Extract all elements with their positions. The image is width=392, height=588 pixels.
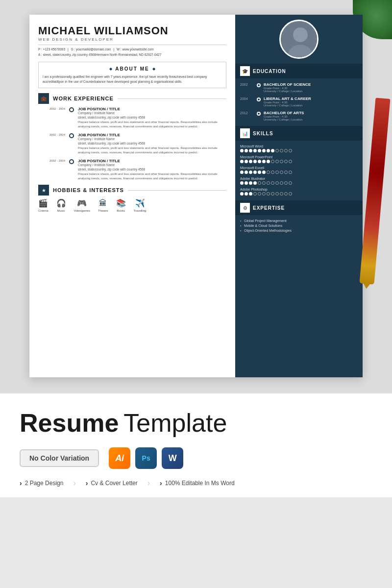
svg-point-1: [293, 27, 308, 42]
skill-dots-3: [240, 171, 358, 174]
skill-name-4: Adobe Illustrator: [240, 177, 358, 180]
dot: [284, 160, 288, 163]
dot: [253, 181, 257, 185]
hobbies-section-title: HOBBIES & INTERESTS: [53, 187, 124, 193]
chart-icon: 📊: [242, 131, 248, 136]
resume-card: MICHAEL WILLIAMSON WEB DESIGN & DEVELOPE…: [29, 15, 363, 377]
profile-photo-area: [235, 15, 363, 59]
dot: [245, 171, 248, 174]
work-content-1: JOB POSITION / TITLE Company / Institute…: [78, 107, 226, 129]
edu-entry-1: 2002 BACHELOR OF SCIENCE Grade Point : 4…: [240, 82, 358, 93]
briefcase-icon: 💼: [41, 96, 47, 101]
edu-year-3: 2012: [240, 111, 254, 121]
videogames-icon: 🎮: [77, 198, 87, 208]
edu-degree-2: LIBERAL ART & CAREER: [264, 97, 358, 101]
work-address-3: street, state/country, zip code with cou…: [78, 168, 226, 171]
theatre-label: Theatre: [98, 209, 108, 212]
travelling-icon: ✈️: [135, 198, 145, 208]
expertise-title: EXPERTISE: [253, 205, 285, 211]
no-color-badge: No Color Variation: [20, 449, 99, 467]
expertise-section-header: ⚙ EXPERTISE: [235, 200, 363, 215]
dot: [280, 171, 283, 174]
skill-name-1: Microsoft Word: [240, 145, 358, 148]
edu-content-1: BACHELOR OF SCIENCE Grade Point : 4.35 U…: [264, 82, 358, 93]
work-dot-2: [69, 133, 74, 138]
work-experience-header: 💼 WORK EXPERIENCE: [38, 93, 226, 104]
dot: [249, 149, 252, 152]
website-text: W : www.yourwebsite.com: [117, 47, 154, 52]
bottom-section: Resume Template No Color Variation Ai Ps…: [0, 392, 392, 497]
skill-name-3: Microsoft Excell: [240, 166, 358, 170]
skills-title: SKILLS: [253, 131, 273, 136]
skill-3: Microsoft Excell: [240, 166, 358, 174]
music-label: Music: [57, 209, 65, 212]
heading-bold: Resume: [20, 408, 119, 438]
dot: [271, 171, 274, 174]
dot: [253, 192, 257, 196]
work-address-2: street, state/country, zip code with cou…: [78, 142, 226, 145]
dot: [253, 160, 257, 163]
hobbies-row: 🎬 Cinema 🎧 Music 🎮 Videogames 🏛 Theatre …: [38, 198, 226, 212]
education-entries: 2002 BACHELOR OF SCIENCE Grade Point : 4…: [235, 82, 363, 121]
work-entry-1: 2002 - 2004 JOB POSITION / TITLE Company…: [38, 107, 226, 129]
edu-dot-3: [257, 112, 261, 116]
skill-dots-1: [240, 149, 358, 152]
hobby-theatre: 🏛 Theatre: [98, 199, 108, 212]
address-text: A : street, state/country, zip country 4…: [38, 52, 226, 57]
email-text: G : yourmailid@domain.com: [71, 47, 111, 52]
work-title-2: JOB POSITION / TITLE: [78, 133, 226, 137]
illustrator-icon: Ai: [109, 447, 130, 469]
hobbies-section-line: [128, 190, 226, 191]
dot: [271, 181, 274, 185]
dot: [258, 181, 261, 185]
expertise-item-3: Object-Oriented Methodologies: [240, 229, 358, 232]
hobbies-icon-box: ★: [38, 185, 49, 196]
about-section: ◆ ABOUT ME ◆ I am a professionally quali…: [38, 62, 226, 89]
hobby-music: 🎧 Music: [56, 198, 66, 212]
resume-header: MICHAEL WILLIAMSON WEB DESIGN & DEVELOPE…: [38, 24, 226, 58]
work-desc-1: Prepare balance sheets, profit and loss …: [78, 120, 226, 129]
dot: [240, 192, 244, 196]
dot: [245, 181, 248, 185]
expertise-icon-box: ⚙: [240, 203, 250, 213]
work-address-1: street, state/country, zip code with cou…: [78, 116, 226, 119]
dot: [289, 181, 292, 185]
candidate-title: WEB DESIGN & DEVELOPER: [38, 37, 226, 42]
dot: [275, 160, 279, 163]
feature-text-1: 2 Page Design: [25, 480, 64, 487]
dot: [262, 181, 266, 185]
edu-content-3: BACHELOR OF ARTS Grade Point : 4.35 Univ…: [264, 111, 358, 121]
work-company-3: Company / Institute Name: [78, 163, 226, 167]
feature-separator-2: ›: [147, 479, 150, 488]
dot: [275, 192, 279, 196]
expertise-list: Global Project Management Mobile & Cloud…: [235, 219, 363, 232]
work-dot-1: [69, 107, 74, 112]
phone-text: P : +123 45678993: [38, 47, 65, 52]
dot: [253, 149, 257, 152]
work-date-2: 2002 - 2004: [38, 133, 65, 155]
layers-icon: ⚙: [243, 205, 247, 211]
feature-separator-1: ›: [73, 479, 75, 488]
work-entries: 2002 - 2004 JOB POSITION / TITLE Company…: [38, 107, 226, 181]
dot: [284, 171, 288, 174]
work-content-2: JOB POSITION / TITLE Company / Institute…: [78, 133, 226, 155]
music-icon: 🎧: [56, 198, 66, 208]
education-icon-box: 🎓: [240, 66, 250, 76]
edu-year-1: 2002: [240, 82, 254, 93]
arrow-icon-3: ›: [160, 479, 162, 487]
dot: [258, 149, 261, 152]
edu-year-2: 2004: [240, 97, 254, 107]
resume-right-column: 🎓 EDUCATION 2002 BACHELOR OF SCIENCE Gra…: [235, 15, 363, 377]
feature-editable: › 100% Editable In Ms Word: [160, 479, 235, 487]
cinema-label: Cinema: [38, 209, 49, 212]
dot: [240, 149, 244, 152]
feature-text-2: Cv & Cover Letter: [91, 480, 137, 487]
skill-name-5: Adobe Photoshop: [240, 188, 358, 191]
hobby-videogames: 🎮 Videogames: [74, 198, 90, 212]
skills-section-header: 📊 SKILLS: [235, 126, 363, 141]
skill-4: Adobe Illustrator: [240, 177, 358, 185]
about-diamond-left: ◆: [109, 67, 112, 71]
dot: [262, 192, 266, 196]
work-title-3: JOB POSITION / TITLE: [78, 159, 226, 163]
edu-dot-2: [257, 98, 261, 101]
